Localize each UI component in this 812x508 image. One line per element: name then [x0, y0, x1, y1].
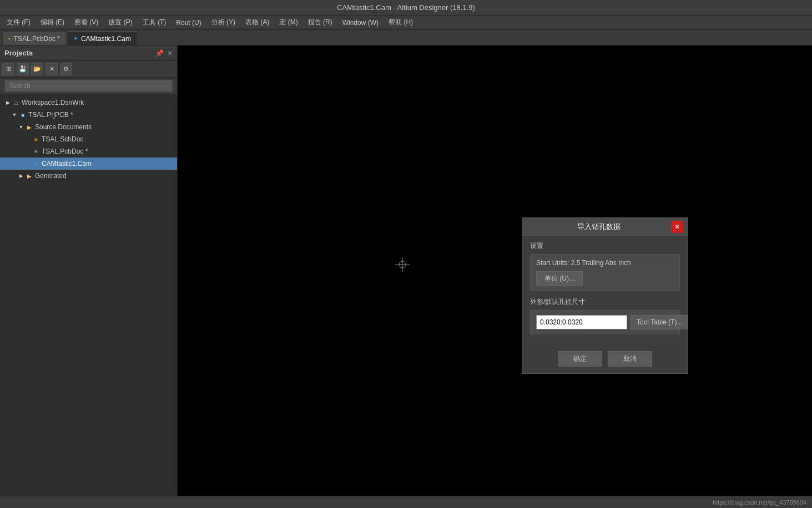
dialog-body: 设置 Start Units: 2.5 Trailing Abs Inch 单位…	[522, 236, 688, 347]
tab-camtastic-label: CAMtastic1.Cam	[81, 35, 131, 43]
menu-file[interactable]: 文件 (F)	[2, 17, 35, 28]
menu-table[interactable]: 表格 (A)	[241, 17, 274, 28]
tree-workspace-label: Workspace1.DsnWrk	[22, 99, 84, 106]
section-info-text: Start Units: 2.5 Trailing Abs Inch	[536, 259, 674, 267]
tree-arrow-source: ▼	[18, 124, 24, 130]
panel-title: Projects	[4, 49, 33, 57]
tree-generated-label: Generated	[35, 172, 67, 180]
dialog-section1-title: 设置	[530, 241, 680, 251]
panel-controls: 📌 ✕	[155, 49, 173, 57]
tree-arrow-pcb	[24, 148, 31, 155]
tree-schdoc-label: TSAL.SchDoc	[42, 135, 83, 143]
title-text: CAMtastic1.Cam - Altium Designer (18.1.9…	[337, 3, 475, 12]
menu-help[interactable]: 帮助 (H)	[384, 17, 417, 28]
menu-edit[interactable]: 编辑 (E)	[36, 17, 69, 28]
tab-camtastic[interactable]: ✦ CAMtastic1.Cam	[67, 32, 137, 45]
status-url: https://blog.csdn.net/qq_43789604	[713, 499, 806, 506]
tree-arrow-project: ▼	[11, 111, 18, 118]
workspace-icon: 🗂	[12, 99, 20, 106]
cam-tab-icon: ✦	[73, 35, 78, 42]
crosshair-cursor	[394, 256, 411, 273]
dialog-title: 导入钻孔数据	[527, 222, 671, 232]
units-button[interactable]: 单位 (U)...	[536, 271, 583, 286]
panel-header: Projects 📌 ✕	[0, 45, 177, 61]
hole-size-input[interactable]	[536, 315, 627, 329]
panel-pin-button[interactable]: 📌	[155, 49, 164, 57]
menu-report[interactable]: 报告 (R)	[304, 17, 337, 28]
tree-project[interactable]: ▼ ■ TSAL.PrjPCB *	[0, 109, 177, 121]
dialog-section-settings: 设置 Start Units: 2.5 Trailing Abs Inch 单位…	[530, 241, 680, 291]
tree-schdoc[interactable]: ≡ TSAL.SchDoc	[0, 133, 177, 145]
dialog-header: 导入钻孔数据 ×	[522, 218, 688, 236]
main-canvas: 导入钻孔数据 × 设置 Start Units: 2.5 Trailing Ab…	[178, 45, 812, 496]
tree-area: ▶ 🗂 Workspace1.DsnWrk ▼ ■ TSAL.PrjPCB * …	[0, 94, 177, 496]
toolbar-save-button[interactable]: 💾	[17, 63, 29, 75]
status-bar: https://blog.csdn.net/qq_43789604	[0, 496, 812, 508]
project-icon: ■	[19, 111, 27, 119]
cancel-button[interactable]: 取消	[608, 351, 652, 367]
tab-pcbdoc[interactable]: ▪ TSAL.PcbDoc *	[2, 32, 66, 45]
folder-generated-icon: ▶	[26, 172, 33, 180]
toolbar-close-button[interactable]: ✕	[46, 63, 58, 75]
tree-source-docs-label: Source Documents	[35, 123, 92, 131]
panel-close-button[interactable]: ✕	[167, 49, 173, 57]
dialog-section2-box: Tool Table (T)...	[530, 310, 680, 334]
tree-pcbdoc[interactable]: ≡ TSAL.PcbDoc *	[0, 145, 177, 158]
tree-arrow-cam	[24, 160, 31, 167]
menu-analyze[interactable]: 分析 (Y)	[207, 17, 240, 28]
tree-arrow-sch	[24, 136, 31, 143]
tree-arrow-workspace: ▶	[4, 99, 11, 106]
dialog-section1-box: Start Units: 2.5 Trailing Abs Inch 单位 (U…	[530, 254, 680, 291]
close-icon: ✕	[49, 65, 54, 73]
tree-project-label: TSAL.PrjPCB *	[28, 111, 73, 119]
toolbar-new-button[interactable]: ⊞	[2, 63, 14, 75]
hole-size-row: Tool Table (T)...	[536, 315, 674, 329]
menu-tools[interactable]: 工具 (T)	[138, 17, 171, 28]
canvas-area: 导入钻孔数据 × 设置 Start Units: 2.5 Trailing Ab…	[178, 45, 812, 496]
tree-pcbdoc-label: TSAL.PcbDoc *	[42, 148, 88, 155]
tree-generated[interactable]: ▶ ▶ Generated	[0, 170, 177, 182]
save-icon: 💾	[19, 65, 27, 73]
tree-camtastic[interactable]: ✦ CAMtastic1.Cam	[0, 158, 177, 170]
menu-rout[interactable]: Rout (U)	[172, 18, 205, 28]
schematic-icon: ≡	[32, 135, 40, 143]
dialog-close-button[interactable]: ×	[671, 221, 683, 233]
pcb-file-icon: ≡	[32, 148, 40, 155]
new-icon: ⊞	[6, 65, 11, 73]
dialog-footer: 确定 取消	[522, 347, 688, 373]
toolbar-settings-button[interactable]: ⚙	[60, 63, 72, 75]
search-box	[0, 78, 177, 94]
settings-icon: ⚙	[63, 65, 69, 73]
menu-place[interactable]: 放置 (P)	[104, 17, 137, 28]
dialog-import-drill: 导入钻孔数据 × 设置 Start Units: 2.5 Trailing Ab…	[522, 217, 688, 374]
menu-window[interactable]: Window (W)	[338, 18, 383, 28]
left-panel: Projects 📌 ✕ ⊞ 💾 📂 ✕	[0, 45, 178, 496]
tree-workspace[interactable]: ▶ 🗂 Workspace1.DsnWrk	[0, 96, 177, 109]
menu-macro[interactable]: 宏 (M)	[275, 17, 302, 28]
title-bar: CAMtastic1.Cam - Altium Designer (18.1.9…	[0, 0, 812, 16]
tree-arrow-generated: ▶	[18, 172, 24, 179]
tree-camtastic-label: CAMtastic1.Cam	[42, 160, 92, 167]
tool-table-button[interactable]: Tool Table (T)...	[631, 315, 688, 329]
cam-file-icon: ✦	[32, 160, 40, 167]
menu-view[interactable]: 察看 (V)	[70, 17, 103, 28]
pcb-tab-icon: ▪	[8, 35, 11, 42]
dialog-section2-title: 外形/默认孔径尺寸	[530, 297, 680, 307]
panel-toolbar: ⊞ 💾 📂 ✕ ⚙	[0, 61, 177, 78]
ok-button[interactable]: 确定	[558, 351, 602, 367]
dialog-section-hole: 外形/默认孔径尺寸 Tool Table (T)...	[530, 297, 680, 334]
toolbar-open-button[interactable]: 📂	[31, 63, 43, 75]
folder-source-icon: ▶	[26, 123, 33, 131]
search-input[interactable]	[4, 80, 173, 92]
crosshair-svg	[394, 256, 411, 273]
menu-bar: 文件 (F) 编辑 (E) 察看 (V) 放置 (P) 工具 (T) Rout …	[0, 16, 812, 30]
open-icon: 📂	[33, 65, 41, 73]
tree-source-docs[interactable]: ▼ ▶ Source Documents	[0, 121, 177, 133]
tab-pcbdoc-label: TSAL.PcbDoc *	[14, 35, 60, 43]
tab-bar: ▪ TSAL.PcbDoc * ✦ CAMtastic1.Cam	[0, 30, 812, 45]
